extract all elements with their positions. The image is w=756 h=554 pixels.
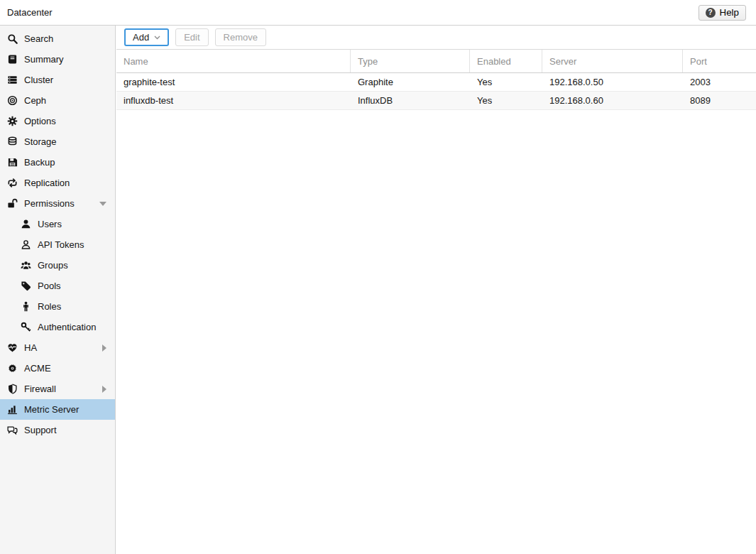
user-icon bbox=[21, 219, 31, 229]
sidebar-item-label: Groups bbox=[38, 260, 68, 271]
sidebar-item-groups[interactable]: Groups bbox=[0, 255, 115, 276]
chevron-right-icon[interactable] bbox=[102, 386, 106, 393]
sidebar-item-label: Roles bbox=[38, 301, 61, 312]
chevron-down-icon bbox=[154, 36, 160, 40]
remove-button-label: Remove bbox=[224, 32, 258, 43]
key-icon bbox=[21, 322, 31, 332]
sync-icon bbox=[7, 178, 18, 188]
sidebar-item-label: Firewall bbox=[24, 384, 56, 394]
add-button-label: Add bbox=[133, 32, 149, 43]
sidebar-item-label: Cluster bbox=[24, 75, 53, 85]
users-icon bbox=[21, 260, 31, 271]
column-header-type[interactable]: Type bbox=[351, 50, 470, 72]
column-header-label: Port bbox=[690, 56, 707, 67]
column-header-port[interactable]: Port bbox=[683, 50, 756, 72]
sidebar-item-label: Ceph bbox=[24, 95, 46, 106]
remove-button[interactable]: Remove bbox=[215, 28, 266, 46]
edit-button[interactable]: Edit bbox=[175, 28, 208, 46]
sidebar-item-label: Permissions bbox=[24, 198, 75, 209]
certificate-icon bbox=[7, 363, 18, 374]
comments-icon bbox=[7, 425, 18, 435]
add-button[interactable]: Add bbox=[124, 28, 169, 46]
sidebar-item-backup[interactable]: Backup bbox=[0, 152, 115, 173]
chevron-down-icon[interactable] bbox=[99, 202, 106, 206]
table-header: Name Type Enabled Server Port bbox=[116, 50, 756, 73]
sidebar-item-label: Users bbox=[38, 219, 62, 229]
cell-server: 192.168.0.60 bbox=[542, 92, 683, 109]
heartbeat-icon bbox=[7, 342, 18, 353]
sidebar-item-ha[interactable]: HA bbox=[0, 337, 115, 358]
shield-icon bbox=[7, 384, 18, 394]
cell-port: 8089 bbox=[683, 92, 756, 109]
chevron-right-icon[interactable] bbox=[102, 344, 106, 352]
user-outline-icon bbox=[21, 239, 31, 250]
sidebar-item-label: Backup bbox=[24, 157, 55, 168]
sidebar-item-options[interactable]: Options bbox=[0, 111, 115, 131]
cell-type: Graphite bbox=[351, 73, 470, 91]
person-icon bbox=[21, 301, 31, 312]
sidebar-item-support[interactable]: Support bbox=[0, 420, 115, 440]
sidebar-item-label: Summary bbox=[24, 54, 64, 65]
sidebar-item-permissions[interactable]: Permissions bbox=[0, 193, 115, 214]
cell-name: graphite-test bbox=[116, 73, 351, 91]
unlock-icon bbox=[7, 198, 18, 209]
sidebar-item-cluster[interactable]: Cluster bbox=[0, 70, 115, 90]
floppy-icon bbox=[7, 157, 18, 168]
sidebar-item-label: HA bbox=[24, 342, 37, 353]
cell-enabled: Yes bbox=[470, 92, 542, 109]
cluster-icon bbox=[7, 75, 18, 85]
bar-chart-icon bbox=[7, 404, 18, 415]
sidebar-item-authentication[interactable]: Authentication bbox=[0, 317, 115, 337]
sidebar: Search Summary Cluster Ceph Options Stor… bbox=[0, 26, 116, 554]
sidebar-item-label: Pools bbox=[38, 281, 61, 291]
ceph-icon bbox=[7, 95, 18, 106]
sidebar-item-label: Authentication bbox=[38, 322, 96, 332]
column-header-enabled[interactable]: Enabled bbox=[470, 50, 542, 72]
help-button[interactable]: ? Help bbox=[699, 5, 746, 21]
column-header-label: Name bbox=[124, 56, 148, 67]
sidebar-item-search[interactable]: Search bbox=[0, 28, 115, 49]
database-icon bbox=[7, 136, 18, 147]
sidebar-item-pools[interactable]: Pools bbox=[0, 276, 115, 296]
top-bar: Datacenter ? Help bbox=[0, 0, 756, 26]
sidebar-item-firewall[interactable]: Firewall bbox=[0, 379, 115, 399]
table-row[interactable]: influxdb-test InfluxDB Yes 192.168.0.60 … bbox=[116, 92, 756, 110]
sidebar-item-label: Storage bbox=[24, 136, 57, 147]
sidebar-item-metric-server[interactable]: Metric Server bbox=[0, 399, 115, 420]
content-panel: Add Edit Remove Name Type Enabled Server… bbox=[116, 26, 756, 554]
cell-server: 192.168.0.50 bbox=[542, 73, 683, 91]
book-icon bbox=[7, 54, 18, 65]
page-title: Datacenter bbox=[7, 7, 53, 18]
sidebar-item-storage[interactable]: Storage bbox=[0, 131, 115, 152]
cell-enabled: Yes bbox=[470, 73, 542, 91]
edit-button-label: Edit bbox=[184, 32, 199, 43]
column-header-server[interactable]: Server bbox=[542, 50, 683, 72]
sidebar-item-api-tokens[interactable]: API Tokens bbox=[0, 234, 115, 255]
tag-icon bbox=[21, 281, 31, 291]
sidebar-item-ceph[interactable]: Ceph bbox=[0, 90, 115, 111]
sidebar-item-label: API Tokens bbox=[38, 239, 84, 250]
sidebar-item-label: Support bbox=[24, 425, 57, 435]
sidebar-item-acme[interactable]: ACME bbox=[0, 358, 115, 379]
sidebar-item-replication[interactable]: Replication bbox=[0, 173, 115, 193]
cell-name: influxdb-test bbox=[116, 92, 351, 109]
sidebar-item-label: Replication bbox=[24, 178, 70, 188]
cell-port: 2003 bbox=[683, 73, 756, 91]
column-header-label: Enabled bbox=[477, 56, 511, 67]
sidebar-item-label: Metric Server bbox=[24, 404, 79, 415]
table-row[interactable]: graphite-test Graphite Yes 192.168.0.50 … bbox=[116, 73, 756, 92]
column-header-label: Server bbox=[549, 56, 576, 67]
sidebar-item-label: Options bbox=[24, 116, 56, 126]
question-icon: ? bbox=[706, 8, 716, 18]
sidebar-item-label: Search bbox=[24, 33, 53, 44]
cell-type: InfluxDB bbox=[351, 92, 470, 109]
sidebar-item-users[interactable]: Users bbox=[0, 214, 115, 234]
search-icon bbox=[7, 33, 18, 44]
sidebar-item-summary[interactable]: Summary bbox=[0, 49, 115, 70]
sidebar-item-label: ACME bbox=[24, 363, 51, 374]
help-button-label: Help bbox=[720, 7, 739, 18]
toolbar: Add Edit Remove bbox=[116, 26, 756, 50]
sidebar-item-roles[interactable]: Roles bbox=[0, 296, 115, 317]
column-header-name[interactable]: Name bbox=[116, 50, 351, 72]
gear-icon bbox=[7, 116, 18, 126]
